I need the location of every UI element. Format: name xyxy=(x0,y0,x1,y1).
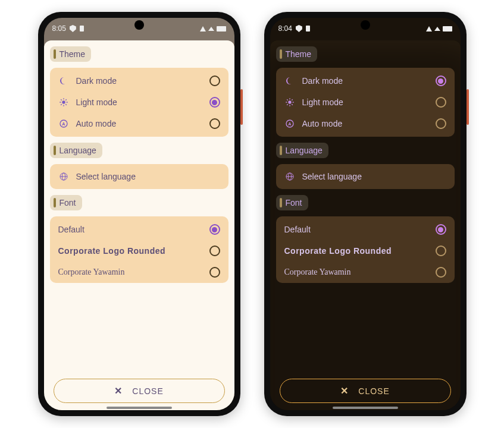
option-label: Select language xyxy=(76,172,220,181)
svg-line-5 xyxy=(61,99,61,100)
radio[interactable] xyxy=(436,246,446,256)
select-language[interactable]: Select language xyxy=(55,166,224,187)
section-title: Font xyxy=(60,198,76,207)
theme-card: Dark mode Light mode A Auto mode xyxy=(50,68,228,137)
wifi-icon xyxy=(434,26,440,30)
clock: 8:05 xyxy=(52,24,66,33)
radio[interactable] xyxy=(209,75,220,86)
close-icon: ✕ xyxy=(114,385,123,396)
screen: 8:04 Theme Dark mode xyxy=(270,18,461,410)
signal-icon xyxy=(200,26,206,32)
close-button[interactable]: ✕ CLOSE xyxy=(280,379,451,403)
close-row: ✕ CLOSE xyxy=(50,373,228,410)
settings-sheet: Theme Dark mode Light mode A xyxy=(270,40,461,410)
theme-option-light[interactable]: Light mode xyxy=(55,92,224,113)
moon-icon xyxy=(284,76,295,86)
theme-option-dark[interactable]: Dark mode xyxy=(281,70,450,92)
section-title: Theme xyxy=(60,49,86,59)
battery-icon xyxy=(217,26,226,32)
section-header-theme: Theme xyxy=(276,46,318,62)
sun-icon xyxy=(58,97,69,107)
close-icon: ✕ xyxy=(340,385,349,396)
clock: 8:04 xyxy=(278,24,292,33)
svg-point-14 xyxy=(288,100,291,103)
screen: 8:05 Theme Dark mode xyxy=(44,18,234,410)
section-title: Language xyxy=(286,146,323,155)
svg-text:A: A xyxy=(62,121,65,127)
close-button[interactable]: ✕ CLOSE xyxy=(54,379,225,403)
option-label: Dark mode xyxy=(302,76,428,86)
option-label: Default xyxy=(284,225,428,234)
home-indicator xyxy=(107,407,172,409)
signal-icon xyxy=(426,26,432,32)
wifi-icon xyxy=(208,26,214,30)
phone-dark: 8:04 Theme Dark mode xyxy=(264,12,467,416)
battery-icon xyxy=(443,26,452,32)
option-label: Default xyxy=(58,225,202,234)
option-label: Light mode xyxy=(76,97,202,107)
section-header-theme: Theme xyxy=(50,46,92,62)
radio[interactable] xyxy=(436,267,446,278)
theme-option-auto[interactable]: A Auto mode xyxy=(281,113,450,134)
section-header-language: Language xyxy=(276,143,328,158)
shield-icon xyxy=(296,25,302,32)
close-label: CLOSE xyxy=(358,386,389,396)
svg-text:A: A xyxy=(288,121,292,127)
language-card: Select language xyxy=(50,164,228,189)
globe-icon xyxy=(284,172,295,181)
option-label: Corporate Yawamin xyxy=(284,268,428,277)
radio[interactable] xyxy=(209,267,220,278)
settings-sheet: Theme Dark mode Light mode A xyxy=(44,40,234,410)
section-header-font: Font xyxy=(276,195,308,210)
option-label: Auto mode xyxy=(76,119,202,128)
radio[interactable] xyxy=(436,97,446,108)
shield-icon xyxy=(70,25,76,32)
svg-line-21 xyxy=(287,104,287,105)
section-title: Language xyxy=(60,146,96,155)
svg-line-6 xyxy=(65,104,66,105)
auto-icon: A xyxy=(58,119,69,128)
svg-line-19 xyxy=(287,99,287,100)
camera-notch xyxy=(361,20,370,30)
auto-icon: A xyxy=(284,119,295,128)
theme-option-dark[interactable]: Dark mode xyxy=(55,70,224,92)
globe-icon xyxy=(58,172,69,181)
option-label: Corporate Logo Rounded xyxy=(58,246,202,256)
option-label: Corporate Yawamin xyxy=(58,268,202,277)
section-header-language: Language xyxy=(50,143,102,158)
svg-line-8 xyxy=(65,99,66,100)
font-option-default[interactable]: Default xyxy=(55,219,224,240)
radio[interactable] xyxy=(209,118,220,129)
font-option-corporate-yawamin[interactable]: Corporate Yawamin xyxy=(55,262,224,283)
radio-selected[interactable] xyxy=(209,224,220,235)
section-title: Font xyxy=(286,198,302,207)
radio[interactable] xyxy=(436,118,446,129)
theme-option-auto[interactable]: A Auto mode xyxy=(55,113,224,134)
option-label: Light mode xyxy=(302,97,428,107)
theme-option-light[interactable]: Light mode xyxy=(281,92,450,113)
radio[interactable] xyxy=(209,246,220,256)
font-card: Default Corporate Logo Rounded Corporate… xyxy=(276,216,455,283)
svg-line-20 xyxy=(292,104,292,105)
camera-notch xyxy=(134,20,144,30)
radio-selected[interactable] xyxy=(436,75,446,86)
moon-icon xyxy=(58,76,69,86)
font-option-corporate-rounded[interactable]: Corporate Logo Rounded xyxy=(281,240,450,262)
section-header-font: Font xyxy=(50,195,82,210)
sun-icon xyxy=(284,97,295,107)
option-label: Select language xyxy=(302,172,446,181)
select-language[interactable]: Select language xyxy=(281,166,450,187)
font-option-corporate-rounded[interactable]: Corporate Logo Rounded xyxy=(55,240,224,262)
home-indicator xyxy=(333,407,398,409)
radio-selected[interactable] xyxy=(436,224,446,235)
font-option-corporate-yawamin[interactable]: Corporate Yawamin xyxy=(281,262,450,283)
close-row: ✕ CLOSE xyxy=(276,373,455,410)
language-card: Select language xyxy=(276,164,455,189)
font-card: Default Corporate Logo Rounded Corporate… xyxy=(50,216,228,283)
theme-card: Dark mode Light mode A Auto mode xyxy=(276,68,455,137)
option-label: Auto mode xyxy=(302,119,428,128)
radio-selected[interactable] xyxy=(209,97,220,108)
font-option-default[interactable]: Default xyxy=(281,219,450,240)
section-title: Theme xyxy=(286,49,312,59)
svg-line-22 xyxy=(292,99,292,100)
